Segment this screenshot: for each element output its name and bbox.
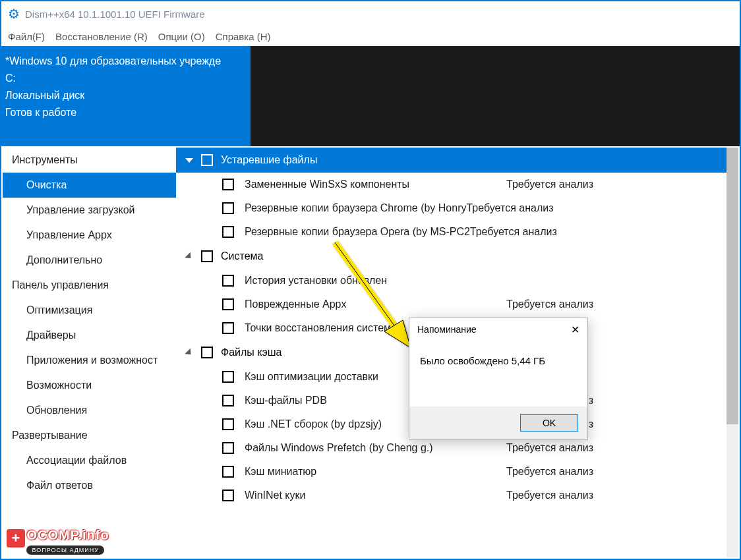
category-label: Система [221,250,263,262]
sidebar-item-boot[interactable]: Управление загрузкой [3,198,176,223]
sidebar-group-control: Панель управления [3,273,176,298]
window-title: Dism++x64 10.1.1001.10 UEFI Firmware [25,9,205,20]
expand-icon [185,252,193,260]
tree-item[interactable]: Резервные копии браузера Chrome (by Honr… [176,196,738,220]
menu-file[interactable]: Файл(F) [8,31,45,42]
tree-item[interactable]: WinINet кукиТребуется анализ [176,484,738,507]
checkbox[interactable] [222,466,234,478]
checkbox[interactable] [222,371,234,383]
expand-icon [185,158,193,163]
checkbox[interactable] [222,418,234,430]
checkbox[interactable] [222,490,234,501]
checkbox[interactable] [201,250,213,262]
checkbox[interactable] [201,347,213,358]
checkbox[interactable] [222,442,234,454]
checkbox[interactable] [222,179,234,190]
tree-category-obsolete[interactable]: Устаревшие файлы [176,148,738,173]
category-label: Файлы кэша [221,347,282,358]
sidebar-item-cleanup[interactable]: Очистка [3,173,176,198]
sidebar-item-assoc[interactable]: Ассоциации файлов [3,448,176,473]
menu-restore[interactable]: Восстановление (R) [55,31,148,42]
ok-button[interactable]: OK [520,414,578,432]
info-os: *Windows 10 для образовательных учрежде [5,53,247,70]
sidebar-item-apps[interactable]: Приложения и возможност [3,348,176,373]
sidebar-item-drivers[interactable]: Драйверы [3,323,176,348]
watermark: + OCOMP.info ВОПРОСЫ АДМИНУ [5,528,109,555]
tree-category-system[interactable]: Система [176,244,738,269]
checkbox[interactable] [222,202,234,214]
sidebar-group-deploy: Развертывание [3,423,176,448]
checkbox[interactable] [222,395,234,406]
plus-icon: + [5,528,26,549]
checkbox[interactable] [201,154,213,166]
info-disk: Локальный диск [5,87,247,104]
watermark-text: OCOMP.info [26,528,109,542]
title-bar: ⚙ Dism++x64 10.1.1001.10 UEFI Firmware [1,1,740,26]
sidebar-item-answer[interactable]: Файл ответов [3,473,176,498]
tree-item[interactable]: История установки обновлен [176,269,738,293]
work-area: Инструменты Очистка Управление загрузкой… [3,148,738,557]
checkbox[interactable] [222,226,234,238]
menu-bar: Файл(F) Восстановление (R) Опции (O) Спр… [1,26,740,46]
info-dark-panel [251,46,740,146]
gear-icon: ⚙ [8,6,20,22]
dialog-footer: OK [409,406,587,439]
sidebar-item-advanced[interactable]: Дополнительно [3,248,176,273]
menu-help[interactable]: Справка (H) [216,31,271,42]
dialog-title: Напоминание [417,324,477,335]
sidebar-group-tools: Инструменты [3,148,176,173]
scrollbar-thumb[interactable] [726,148,738,424]
sidebar-item-appx[interactable]: Управление Appx [3,223,176,248]
category-label: Устаревшие файлы [221,154,317,166]
checkbox[interactable] [222,298,234,310]
reminder-dialog: Напоминание ✕ Было освобождено 5,44 ГБ O… [409,318,588,440]
checkbox[interactable] [222,322,234,334]
info-band: *Windows 10 для образовательных учрежде … [1,46,740,146]
sidebar-item-updates[interactable]: Обновления [3,398,176,423]
dialog-body: Было освобождено 5,44 ГБ [409,341,587,366]
watermark-sub: ВОПРОСЫ АДМИНУ [26,546,104,555]
tree-item[interactable]: Резервные копии браузера Opera (by MS-PC… [176,220,738,244]
checkbox[interactable] [222,275,234,287]
tree-item[interactable]: Кэш миниатюрТребуется анализ [176,460,738,484]
dialog-titlebar: Напоминание ✕ [409,318,587,341]
info-drive: C: [5,70,247,87]
info-status: Готов к работе [5,104,247,121]
menu-options[interactable]: Опции (O) [158,31,205,42]
system-info-panel[interactable]: *Windows 10 для образовательных учрежде … [1,46,251,146]
close-icon[interactable]: ✕ [571,323,579,336]
sidebar-item-optimization[interactable]: Оптимизация [3,298,176,323]
tree-item[interactable]: Поврежденные AppxТребуется анализ [176,293,738,316]
sidebar-item-features[interactable]: Возможности [3,373,176,398]
sidebar: Инструменты Очистка Управление загрузкой… [3,148,176,557]
expand-icon [185,348,193,356]
tree-item[interactable]: Замененные WinSxS компонентыТребуется ан… [176,173,738,196]
